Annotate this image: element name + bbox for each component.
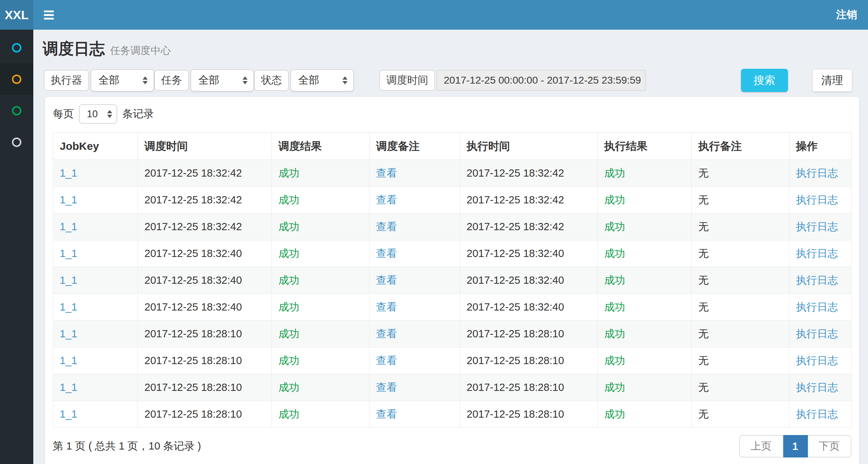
exec-remark-cell: 无 [698,328,709,339]
dispatch-remark-link-cell: 查看 [370,401,460,428]
jobkey-link[interactable]: 1_1 [60,301,77,313]
dispatch-remark-link[interactable]: 查看 [376,274,397,286]
menu-item-gray[interactable] [0,126,33,158]
hamburger-icon [44,14,54,16]
exec-log-link[interactable]: 执行日志 [796,301,838,313]
dispatch-remark-link-cell: 查看 [370,160,460,187]
jobkey-link[interactable]: 1_1 [60,408,77,420]
dispatch-result-cell-cell: 成功 [272,187,370,214]
dispatch-remark-link[interactable]: 查看 [376,221,397,232]
prev-page-button[interactable]: 上页 [739,435,783,457]
exec-log-link[interactable]: 执行日志 [796,221,838,232]
logout-link[interactable]: 注销 [825,0,868,30]
filter-toolbar: 执行器 全部 任务 全部 状态 全部 [44,69,852,92]
exec-log-link-cell: 执行日志 [789,214,852,240]
pagination: 上页 1 下页 [739,435,851,457]
sidebar-toggle-button[interactable] [33,0,64,30]
exec-log-link[interactable]: 执行日志 [796,167,838,179]
exec-log-link[interactable]: 执行日志 [796,408,838,420]
exec-log-link-cell: 执行日志 [789,347,852,374]
status-filter-label: 状态 [254,70,289,91]
exec-remark-cell: 无 [698,274,709,286]
exec-log-link[interactable]: 执行日志 [796,248,838,259]
dispatch-remark-link[interactable]: 查看 [376,194,397,206]
exec-result-cell-cell: 成功 [598,267,692,294]
status-select[interactable]: 全部 [290,69,354,92]
next-page-button[interactable]: 下页 [808,435,851,457]
dispatch-time-cell-cell: 2017-12-25 18:32:40 [138,240,272,267]
exec-remark-cell: 无 [698,381,709,393]
table-row: 1_12017-12-25 18:32:40成功查看2017-12-25 18:… [53,240,852,267]
dispatch-remark-link-cell: 查看 [370,374,460,401]
dispatch-remark-link[interactable]: 查看 [376,328,397,339]
time-range-input[interactable]: 2017-12-25 00:00:00 - 2017-12-25 23:59:5… [437,70,646,91]
status-select-value: 全部 [298,73,319,88]
exec-log-link-cell: 执行日志 [789,187,852,214]
jobkey-link[interactable]: 1_1 [60,381,77,393]
table-row: 1_12017-12-25 18:28:10成功查看2017-12-25 18:… [53,401,852,428]
dispatch-remark-link[interactable]: 查看 [376,408,397,420]
exec-time-cell: 2017-12-25 18:28:10 [467,328,564,339]
jobkey-link[interactable]: 1_1 [60,355,77,366]
jobkey-link[interactable]: 1_1 [60,248,77,259]
exec-result-cell-cell: 成功 [598,374,692,401]
exec-log-link-cell: 执行日志 [789,160,852,187]
exec-log-link[interactable]: 执行日志 [796,381,838,393]
dispatch-time-cell: 2017-12-25 18:32:40 [144,301,242,313]
dispatch-remark-link[interactable]: 查看 [376,301,397,313]
current-page-button[interactable]: 1 [783,435,808,457]
column-header-exec-time: 执行时间 [460,133,598,160]
column-header-dispatch-remark: 调度备注 [370,133,460,160]
column-header-exec-result: 执行结果 [598,133,692,160]
exec-result-cell-cell: 成功 [598,240,692,267]
exec-log-link[interactable]: 执行日志 [796,274,838,286]
dispatch-result-cell-cell: 成功 [272,347,370,374]
menu-item-aqua[interactable] [0,32,33,63]
exec-time-cell-cell: 2017-12-25 18:32:42 [460,187,598,214]
jobkey-link[interactable]: 1_1 [60,328,77,339]
exec-log-link-cell: 执行日志 [789,401,852,428]
exec-remark-cell-cell: 无 [692,401,789,428]
exec-remark-cell-cell: 无 [692,187,789,214]
column-header-dispatch-result: 调度结果 [272,133,370,160]
log-panel: 每页 10 条记录 JobKey 调度时间 调度结果 调度备 [45,97,859,464]
dispatch-remark-link[interactable]: 查看 [376,248,397,259]
menu-item-yellow[interactable] [0,63,33,95]
dispatch-time-cell-cell: 2017-12-25 18:32:42 [138,160,272,187]
exec-result-cell: 成功 [604,355,625,366]
page-size-value: 10 [87,109,98,120]
exec-result-cell-cell: 成功 [598,347,692,374]
exec-log-link[interactable]: 执行日志 [796,355,838,366]
search-button[interactable]: 搜索 [741,69,788,92]
job-filter-label: 任务 [154,70,189,91]
jobkey-link[interactable]: 1_1 [60,194,77,206]
dispatch-remark-link[interactable]: 查看 [376,355,397,366]
jobkey-link[interactable]: 1_1 [60,167,77,179]
circle-icon [12,43,21,52]
circle-icon [12,106,21,115]
page-size-select[interactable]: 10 [79,104,117,124]
app-logo[interactable]: XXL [0,0,33,30]
dispatch-result-cell-cell: 成功 [272,267,370,294]
dispatch-remark-link-cell: 查看 [370,187,460,214]
jobkey-link[interactable]: 1_1 [60,221,77,232]
exec-remark-cell: 无 [698,408,709,420]
menu-item-green[interactable] [0,95,33,126]
exec-remark-cell-cell: 无 [692,240,789,267]
exec-result-cell: 成功 [604,301,625,313]
dispatch-remark-link[interactable]: 查看 [376,167,397,179]
exec-time-cell: 2017-12-25 18:32:42 [467,221,564,232]
dispatch-result-cell: 成功 [278,408,299,420]
dispatch-result-cell: 成功 [278,221,299,232]
executor-select[interactable]: 全部 [90,69,154,92]
exec-log-link[interactable]: 执行日志 [796,328,838,339]
column-header-dispatch-time: 调度时间 [138,133,272,160]
exec-result-cell: 成功 [604,221,625,232]
jobkey-link[interactable]: 1_1 [60,274,77,286]
job-select[interactable]: 全部 [190,69,254,92]
main-content: 调度日志任务调度中心 执行器 全部 任务 全部 状态 全部 [33,30,868,464]
dispatch-remark-link[interactable]: 查看 [376,381,397,393]
exec-log-link[interactable]: 执行日志 [796,194,838,206]
dispatch-remark-link-cell: 查看 [370,347,460,374]
clear-button[interactable]: 清理 [812,69,852,92]
